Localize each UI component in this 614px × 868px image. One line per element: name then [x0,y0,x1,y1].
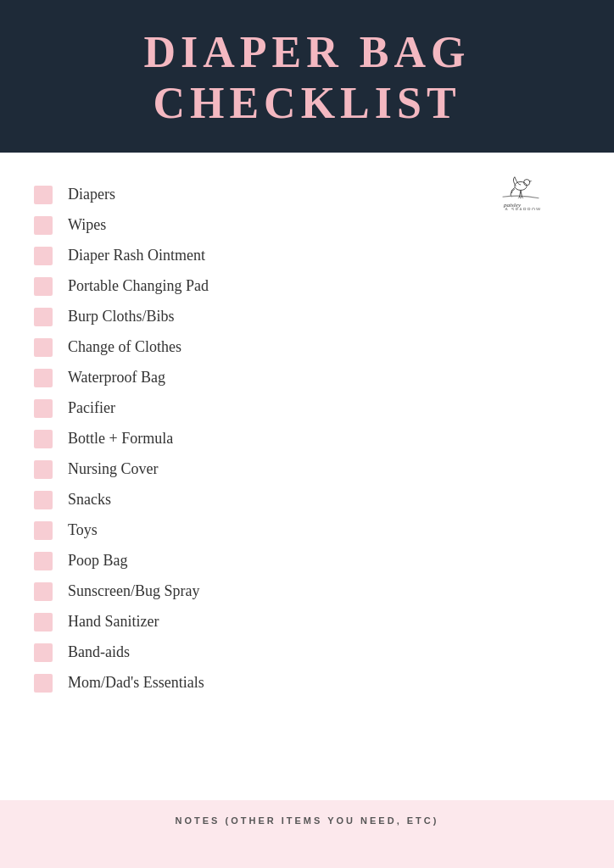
list-item[interactable]: Bottle + Formula [34,424,580,454]
checkbox[interactable] [34,338,53,357]
checkbox[interactable] [34,186,53,204]
list-item[interactable]: Portable Changing Pad [34,271,580,302]
checkbox[interactable] [34,491,53,509]
list-item[interactable]: Poop Bag [34,546,580,576]
item-label: Poop Bag [68,552,128,570]
checkbox[interactable] [34,399,53,418]
svg-text:& SPARROW: & SPARROW [505,207,541,210]
checkbox[interactable] [34,277,53,296]
checkbox[interactable] [34,552,53,570]
item-label: Diapers [68,186,115,203]
item-label: Pacifier [68,399,115,417]
checkbox[interactable] [34,674,53,693]
item-label: Wipes [68,216,106,234]
list-item[interactable]: Wipes [34,210,580,241]
item-label: Sunscreen/Bug Spray [68,582,199,600]
item-label: Portable Changing Pad [68,277,209,295]
item-label: Bottle + Formula [68,430,173,448]
page-header: DIAPER BAG CHECKLIST [0,0,614,153]
item-label: Nursing Cover [68,460,159,478]
list-item[interactable]: Burp Cloths/Bibs [34,302,580,332]
item-label: Change of Clothes [68,338,181,356]
list-item[interactable]: Band-aids [34,637,580,668]
notes-label: NOTES (OTHER ITEMS YOU NEED, ETC) [17,815,597,826]
list-item[interactable]: Diaper Rash Ointment [34,241,580,271]
item-label: Band-aids [68,643,130,661]
checkbox[interactable] [34,247,53,265]
list-item[interactable]: Pacifier [34,393,580,424]
main-content: paisley & SPARROW DiapersWipesDiaper Ras… [0,153,614,787]
item-label: Snacks [68,491,111,509]
list-item[interactable]: Waterproof Bag [34,363,580,393]
svg-point-0 [515,181,527,190]
item-label: Toys [68,521,98,539]
item-label: Waterproof Bag [68,369,165,387]
list-item[interactable]: Change of Clothes [34,332,580,363]
item-label: Burp Cloths/Bibs [68,308,175,326]
checkbox[interactable] [34,308,53,326]
list-item[interactable]: Snacks [34,485,580,515]
checkbox[interactable] [34,216,53,235]
checkbox[interactable] [34,460,53,479]
item-label: Hand Sanitizer [68,613,159,631]
notes-section: NOTES (OTHER ITEMS YOU NEED, ETC) [0,800,614,868]
checkbox[interactable] [34,430,53,448]
list-item[interactable]: Hand Sanitizer [34,607,580,637]
checkbox[interactable] [34,521,53,540]
checkbox[interactable] [34,643,53,662]
checkbox[interactable] [34,613,53,632]
checklist: DiapersWipesDiaper Rash OintmentPortable… [34,180,580,698]
list-item[interactable]: Mom/Dad's Essentials [34,668,580,698]
item-label: Mom/Dad's Essentials [68,674,204,692]
list-item[interactable]: Sunscreen/Bug Spray [34,576,580,607]
logo-area: paisley & SPARROW [495,168,546,214]
page-title: DIAPER BAG CHECKLIST [17,27,597,129]
brand-logo: paisley & SPARROW [495,168,546,210]
list-item[interactable]: Toys [34,515,580,546]
checkbox[interactable] [34,582,53,601]
list-item[interactable]: Nursing Cover [34,454,580,485]
checkbox[interactable] [34,369,53,387]
item-label: Diaper Rash Ointment [68,247,205,264]
